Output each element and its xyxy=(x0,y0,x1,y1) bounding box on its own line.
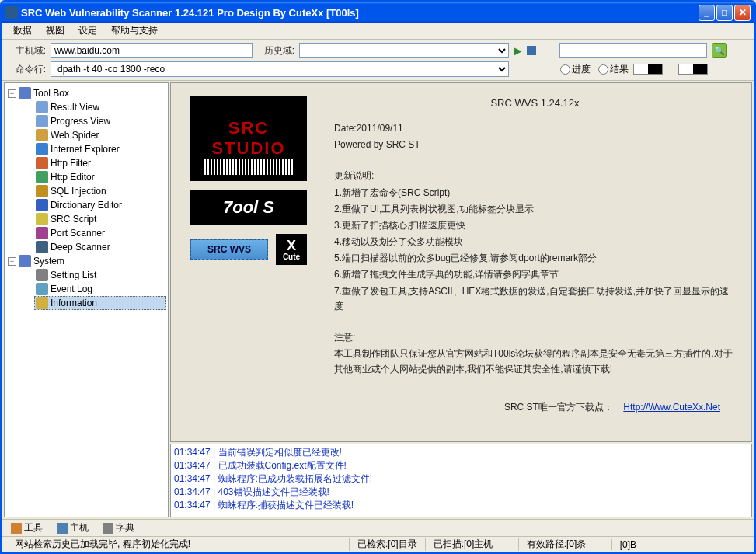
update-6: 6.新增了拖拽文件生成字典的功能,详情请参阅字典章节 xyxy=(334,267,736,282)
info-icon xyxy=(36,297,48,309)
status-paths: 有效路径:[0]条 xyxy=(518,538,611,551)
log-line: 01:34:47 | 已成功装载Config.ext配置文件! xyxy=(174,459,748,472)
statusbar: 网站检索历史已加载完毕, 程序初始化完成! 已检索:[0]目录 已扫描:[0]主… xyxy=(2,536,754,552)
setting-icon xyxy=(36,269,48,281)
tree-port-scanner[interactable]: Port Scanner xyxy=(34,226,166,240)
expand-icon[interactable]: − xyxy=(8,89,16,98)
progress-icon xyxy=(36,115,48,127)
radio-result[interactable]: 结果 xyxy=(598,63,629,76)
play-button[interactable]: ▶ xyxy=(514,44,522,57)
ie-icon xyxy=(36,143,48,155)
app-icon xyxy=(5,6,18,19)
log-line: 01:34:47 | 蜘蛛程序:捕获描述文件已经装载! xyxy=(174,499,748,512)
nav-tools[interactable]: 工具 xyxy=(5,519,48,537)
expand-icon[interactable]: − xyxy=(8,257,16,266)
status-message: 网站检索历史已加载完毕, 程序初始化完成! xyxy=(7,538,349,551)
xcute-logo: XCute xyxy=(276,234,307,265)
tree-information[interactable]: Information xyxy=(34,296,166,310)
system-icon xyxy=(19,255,31,267)
radio-progress[interactable]: 进度 xyxy=(560,63,591,76)
menu-help[interactable]: 帮助与支持 xyxy=(105,23,164,39)
update-1: 1.新增了宏命令(SRC Script) xyxy=(334,186,736,200)
status-searched: 已检索:[0]目录 xyxy=(349,538,425,551)
close-button[interactable]: ✕ xyxy=(734,5,751,21)
log-line: 01:34:47 | 403错误描述文件已经装载! xyxy=(174,486,748,499)
tree-src-script[interactable]: SRC Script xyxy=(34,212,166,226)
tree-deep-scanner[interactable]: Deep Scanner xyxy=(34,240,166,254)
content-area: SRC STUDIO 7ool S SRC WVS XCute SRC WVS … xyxy=(169,81,754,519)
search-input[interactable] xyxy=(559,43,707,58)
tree-setting-list[interactable]: Setting List xyxy=(34,268,166,282)
host-input[interactable] xyxy=(51,43,253,58)
dict-icon xyxy=(103,523,113,534)
tree-http-editor[interactable]: Http Editor xyxy=(34,170,166,184)
history-label: 历史域: xyxy=(257,44,294,57)
host-label: 主机域: xyxy=(9,44,46,57)
notice-header: 注意: xyxy=(334,330,736,345)
barcode-icon xyxy=(204,159,293,175)
info-panel: SRC STUDIO 7ool S SRC WVS XCute SRC WVS … xyxy=(170,82,752,442)
info-text: SRC WVS 1.24.12x Date:2011/09/11 Powered… xyxy=(334,96,736,415)
minimize-button[interactable]: _ xyxy=(699,5,715,21)
tree-http-filter[interactable]: Http Filter xyxy=(34,156,166,170)
src-studio-logo: SRC STUDIO xyxy=(190,96,307,181)
tools-logo: 7ool S xyxy=(190,190,307,225)
app-window: SRC Web Vulnerability Scanner 1.24.121 P… xyxy=(0,0,756,554)
logo-column: SRC STUDIO 7ool S SRC WVS XCute xyxy=(186,96,311,415)
info-title: SRC WVS 1.24.12x xyxy=(334,96,736,112)
tree-system[interactable]: − System xyxy=(6,254,166,268)
menu-settings[interactable]: 设定 xyxy=(72,23,103,39)
menu-view[interactable]: 视图 xyxy=(40,23,71,39)
download-label: SRC ST唯一官方下载点： xyxy=(504,402,613,413)
tree-dict-editor[interactable]: Dirctionary Editor xyxy=(34,198,166,212)
src-wvs-logo: SRC WVS xyxy=(190,239,268,260)
dict-icon xyxy=(36,199,48,211)
stop-button[interactable] xyxy=(527,46,536,55)
tree-result-view[interactable]: Result View xyxy=(34,100,166,114)
wrench-icon xyxy=(11,523,22,534)
window-title: SRC Web Vulnerability Scanner 1.24.121 P… xyxy=(21,7,359,19)
toolbox-icon xyxy=(19,87,31,99)
titlebar[interactable]: SRC Web Vulnerability Scanner 1.24.121 P… xyxy=(2,2,754,23)
update-header: 更新说明: xyxy=(334,169,736,183)
progress-swatch-2 xyxy=(678,64,708,75)
search-button[interactable]: 🔍 xyxy=(712,43,727,58)
tree-toolbox[interactable]: − Tool Box xyxy=(6,86,166,100)
tree-progress-view[interactable]: Progress View xyxy=(34,114,166,128)
tree-sql-injection[interactable]: SQL Injection xyxy=(34,184,166,198)
tree-ie[interactable]: Internet Explorer xyxy=(34,142,166,156)
info-date: Date:2011/09/11 xyxy=(334,121,736,136)
cmd-combo[interactable]: dpath -t 40 -co 1300 -reco xyxy=(51,61,509,77)
log-line: 01:34:47 | 蜘蛛程序:已成功装载拓展名过滤文件! xyxy=(174,472,748,486)
log-panel[interactable]: 01:34:47 | 当前错误判定相似度已经更改! 01:34:47 | 已成功… xyxy=(170,444,752,517)
status-bytes: [0]B xyxy=(611,539,644,550)
update-7: 7.重做了发包工具,支持ASCII、HEX格式数据的发送,自定套接口劫持发送,并… xyxy=(334,284,736,314)
bottom-nav: 工具 主机 字典 xyxy=(2,519,754,536)
nav-host[interactable]: 主机 xyxy=(51,519,94,537)
window-controls: _ □ ✕ xyxy=(699,5,751,21)
port-icon xyxy=(36,227,48,239)
history-combo[interactable] xyxy=(299,43,509,58)
menu-data[interactable]: 数据 xyxy=(7,23,38,39)
menubar: 数据 视图 设定 帮助与支持 xyxy=(2,23,754,40)
spider-icon xyxy=(36,129,48,141)
deep-icon xyxy=(36,241,48,253)
progress-swatch-1 xyxy=(633,64,663,75)
download-link[interactable]: Http://Www.CuteXx.Net xyxy=(623,402,720,413)
update-4: 4.移动以及划分了众多功能模块 xyxy=(334,235,736,249)
main-area: − Tool Box Result View Progress View Web… xyxy=(2,81,754,519)
host-icon xyxy=(57,523,68,534)
sidebar-tree[interactable]: − Tool Box Result View Progress View Web… xyxy=(4,82,169,517)
tree-web-spider[interactable]: Web Spider xyxy=(34,128,166,142)
update-2: 2.重做了UI,工具列表树状视图,功能标签分块显示 xyxy=(334,202,736,217)
tree-event-log[interactable]: Event Log xyxy=(34,282,166,296)
log-icon xyxy=(36,283,48,295)
update-5: 5.端口扫描器以前的众多bug已经修复,请参阅dport的remark部分 xyxy=(334,251,736,266)
info-powered: Powered by SRC ST xyxy=(334,138,736,152)
cmd-label: 命令行: xyxy=(9,63,46,76)
log-line: 01:34:47 | 当前错误判定相似度已经更改! xyxy=(174,446,748,459)
maximize-button[interactable]: □ xyxy=(716,5,733,21)
nav-dict[interactable]: 字典 xyxy=(97,519,140,537)
sql-icon xyxy=(36,185,48,197)
toolbar: 主机域: 历史域: ▶ 🔍 命令行: dpath -t 40 -co 1300 … xyxy=(2,40,754,81)
